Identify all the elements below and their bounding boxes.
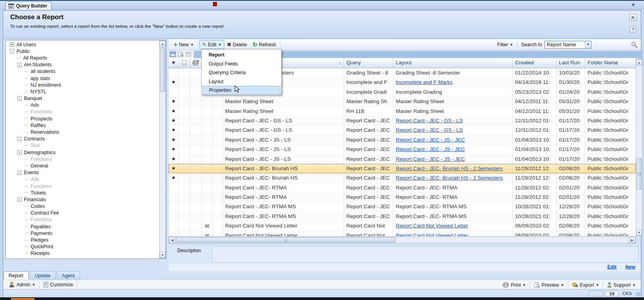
close-icon[interactable]	[629, 14, 637, 21]
description-new-link[interactable]: New	[625, 264, 635, 270]
tree-item-all-users[interactable]: +All Users	[6, 41, 159, 48]
star-icon[interactable]: ★	[169, 116, 179, 125]
print-column-header[interactable]	[190, 58, 202, 68]
preview-pane-icon[interactable]	[177, 51, 184, 57]
tree-item-receipts[interactable]: Receipts	[6, 250, 159, 257]
tree-item-all-students[interactable]: all students	[6, 68, 159, 75]
grid-scroll-left-icon[interactable]: ◀	[169, 237, 175, 243]
description-edit-link[interactable]: Edit	[607, 264, 617, 270]
table-row[interactable]: ★Master Rating SheetMaster Rating ShMast…	[169, 97, 636, 106]
grid-horizontal-scrollbar[interactable]: ◀ ▶	[169, 236, 636, 244]
tree-scrollbar[interactable]: ▲ ▼	[159, 40, 166, 258]
table-row[interactable]: ★Master Rating SheetRH 11BMaster Rating …	[169, 107, 636, 116]
star-icon[interactable]: ★	[169, 135, 179, 145]
menu-item-report[interactable]: Report	[202, 51, 280, 60]
tab-report[interactable]: Report	[4, 271, 29, 280]
report-name-cell[interactable]: Report Card - JEC- RTMA MS	[223, 202, 344, 211]
report-name-cell[interactable]: Report Card - JEC - GS - LS	[223, 125, 344, 135]
star-icon[interactable]: ★	[169, 155, 179, 164]
menu-item-querying-criteria[interactable]: Querying Criteria	[202, 68, 280, 77]
filter-button[interactable]: Filter ▼	[495, 40, 516, 49]
search-in-combobox[interactable]: Report Name ▼	[544, 41, 591, 49]
tree-scroll-up-icon[interactable]: ▲	[160, 41, 166, 47]
tab-agent[interactable]: Agent	[57, 271, 80, 280]
layout-link[interactable]: Report Card Not Viewed Letter	[396, 223, 468, 229]
tree-item-prospects[interactable]: Prospects	[6, 115, 159, 122]
report-name-cell[interactable]: Report Card - JEC - JS - LS	[223, 135, 344, 145]
table-row[interactable]: ★Report Card - JEC - JS - LSReport Card …	[169, 145, 636, 154]
table-row[interactable]: ✉Report Card Not Viewed LetterReport Car…	[169, 221, 636, 231]
table-row[interactable]: ★Report Card - JEC - GS - LSReport Card …	[169, 116, 636, 125]
refresh-button[interactable]: ↻ Refresh	[250, 40, 279, 49]
collapse-icon[interactable]: -	[17, 96, 22, 101]
tree-item-financials[interactable]: -Financials	[6, 196, 159, 203]
tree-scroll-thumb[interactable]	[160, 48, 165, 92]
export-button[interactable]: Export ▼	[569, 281, 602, 289]
tree-item-functions[interactable]: Functions	[6, 183, 159, 189]
layout-link[interactable]: Report Card - JEC - JS - JEC	[396, 146, 465, 152]
tree-item-tickets[interactable]: Tickets	[6, 189, 159, 196]
tree-item-quickprint[interactable]: QuickPrint	[6, 244, 159, 250]
report-name-cell[interactable]: Report Card - JEC- RTMA	[223, 193, 344, 202]
tree-item-payments[interactable]: Payments	[6, 230, 159, 236]
star-icon[interactable]: ★	[169, 107, 179, 116]
star-icon[interactable]: ★	[169, 125, 179, 135]
grid-hscroll-thumb[interactable]	[176, 237, 396, 243]
report-name-cell[interactable]: Report Card Not Viewed Letter	[223, 231, 344, 236]
star-icon[interactable]: ★	[169, 97, 179, 106]
tree-item-ads[interactable]: Ads	[6, 102, 159, 109]
layout-link[interactable]: Report Card - JEC- Bruriah HS - 2 Semest…	[396, 165, 503, 171]
description-textbox[interactable]	[212, 246, 639, 263]
table-row[interactable]: Report Card - JEC- RTMAReport Card - JEC…	[169, 183, 636, 193]
tree-item-general[interactable]: General	[6, 162, 159, 169]
star-icon[interactable]: ★	[169, 78, 179, 87]
resize-grip[interactable]	[636, 292, 640, 296]
star-cell[interactable]	[169, 68, 179, 78]
collapse-icon[interactable]: -	[17, 63, 22, 67]
query-column-header[interactable]: Query	[344, 58, 393, 68]
tree-item-demographics[interactable]: -Demographics	[6, 149, 159, 156]
report-name-cell[interactable]: Report Card - JEC- RTMA MS	[223, 212, 344, 221]
collapse-icon[interactable]: -	[17, 150, 22, 155]
tree-scroll-down-icon[interactable]: ▼	[160, 252, 166, 258]
chevron-down-icon[interactable]: ▼	[585, 41, 591, 48]
collapse-icon[interactable]: -	[17, 197, 22, 202]
layout-link[interactable]: Report Card - JEC - GS - LS	[396, 118, 463, 124]
grid-scroll-right-icon[interactable]: ▶	[629, 237, 635, 243]
report-name-cell[interactable]: Master Rating Sheet	[223, 97, 344, 106]
tree-item-contract-fee[interactable]: Contract Fee	[6, 210, 159, 216]
table-row[interactable]: ★Report Card - JEC - JS - LSReport Card …	[169, 155, 636, 164]
star-cell[interactable]	[169, 231, 179, 236]
tree-item-events[interactable]: -Events	[6, 169, 159, 176]
menu-item-output-fields[interactable]: Output Fields	[202, 60, 280, 69]
form-column-header[interactable]	[179, 58, 190, 68]
admin-button[interactable]: Admin ▼	[6, 280, 38, 289]
layout-column-header[interactable]: Layout	[393, 58, 513, 68]
star-icon[interactable]: ★	[169, 145, 179, 154]
edit-button[interactable]: ✎ Edit ▼	[199, 40, 224, 49]
tree-item-payables[interactable]: Payables	[6, 223, 159, 230]
tree-item-raffles[interactable]: Raffles	[6, 122, 159, 129]
table-row[interactable]: ★Report Card - JEC - JS - LSReport Card …	[169, 135, 636, 145]
collapse-icon[interactable]: -	[17, 137, 22, 141]
tree-item-codes[interactable]: Codes	[6, 203, 159, 210]
tree-item-ah-students[interactable]: -AH-Students	[6, 62, 159, 68]
report-name-cell[interactable]: Report Card - JEC - GS - LS	[223, 116, 344, 125]
layout-link[interactable]: Report Card - JEC - JS - JEC	[396, 156, 465, 162]
tree-item-ads[interactable]: Ads	[6, 176, 159, 183]
search-icon[interactable]	[631, 41, 638, 48]
table-row[interactable]: Report Card - JEC- RTMA MSReport Card - …	[169, 202, 636, 211]
star-icon[interactable]: ★	[169, 173, 179, 183]
grid-vscroll-thumb[interactable]	[637, 158, 642, 189]
folder-name-column-header[interactable]: Folder Name	[585, 58, 636, 68]
support-button[interactable]: Support ▼	[604, 281, 639, 289]
star-cell[interactable]	[169, 87, 179, 97]
grid-scroll-down-icon[interactable]: ▼	[636, 229, 642, 236]
created-column-header[interactable]: Created	[513, 58, 557, 68]
table-row[interactable]: ✉Report Card Not Viewed LetterReport Car…	[169, 231, 636, 236]
star-cell[interactable]	[169, 221, 179, 231]
layout-link[interactable]: Report Card - JEC - GS - LS	[396, 127, 463, 133]
menu-item-properties[interactable]: Properties	[202, 86, 280, 95]
layout-link[interactable]: Report Card Not Viewed Letter	[396, 233, 468, 236]
tree-item-statements[interactable]: Statements	[6, 257, 159, 258]
